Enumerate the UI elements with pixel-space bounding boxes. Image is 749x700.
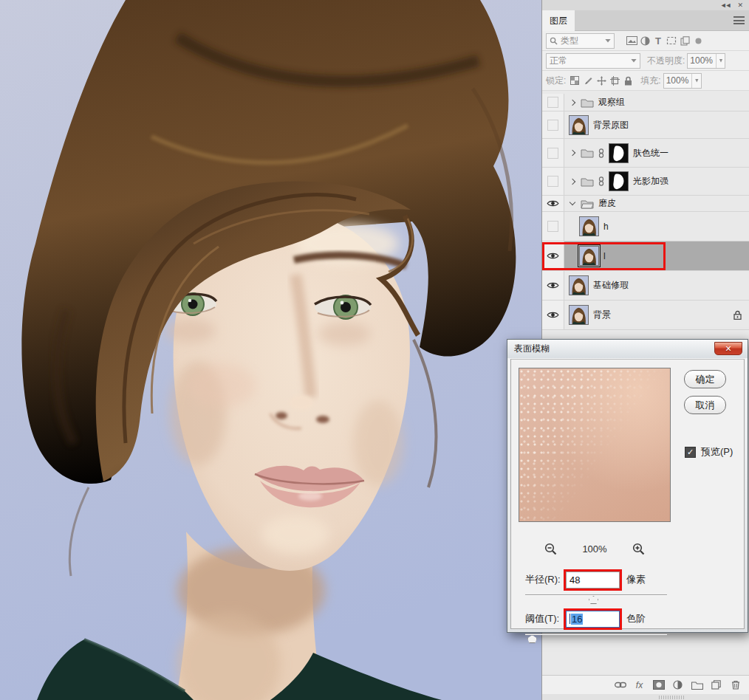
radius-slider-thumb[interactable] (589, 596, 598, 604)
pixel-layer-filter-icon[interactable] (625, 34, 638, 47)
layer-name: 基础修瑕 (593, 279, 629, 292)
layer-list: 观察组背景原图肤色统一光影加强磨皮hl基础修瑕背景 (542, 94, 749, 330)
preview-checkbox[interactable]: ✓ (685, 447, 696, 458)
panel-menu-icon[interactable] (733, 16, 745, 24)
new-layer-icon[interactable] (710, 679, 722, 691)
surface-blur-dialog: 表面模糊 ✕ 100% 半径(R): (507, 339, 748, 633)
fill-value: 100% (666, 75, 689, 86)
layer-thumbnail[interactable] (569, 115, 589, 135)
layer-name: 背景原图 (593, 119, 629, 131)
zoom-in-icon[interactable] (632, 543, 645, 555)
disclosure-closed-icon[interactable] (570, 178, 575, 184)
folder-icon (581, 97, 594, 108)
new-group-icon[interactable] (691, 679, 703, 691)
layer-row[interactable]: 背景原图 (542, 111, 749, 139)
lock-label: 锁定: (546, 75, 566, 87)
blur-preview-image[interactable] (519, 368, 671, 522)
tab-layers[interactable]: 图层 (542, 10, 575, 31)
layer-mask-thumbnail[interactable] (609, 171, 629, 191)
opacity-value-box[interactable]: 100% (687, 53, 725, 69)
visibility-toggle[interactable] (542, 271, 564, 300)
link-layers-icon[interactable] (614, 679, 626, 691)
lock-move-icon[interactable] (595, 74, 608, 87)
visibility-empty-well (547, 221, 558, 232)
dialog-close-button[interactable]: ✕ (714, 342, 742, 355)
new-adjustment-layer-icon[interactable] (671, 679, 684, 691)
radius-annotation-box: 48 (564, 569, 622, 591)
layer-row[interactable]: 磨皮 (542, 196, 749, 212)
mask-link-icon (598, 176, 604, 186)
visibility-toggle[interactable] (542, 301, 564, 329)
layer-mask-thumbnail[interactable] (609, 143, 629, 163)
threshold-unit-label: 色阶 (626, 612, 646, 625)
layer-row[interactable]: h (542, 212, 749, 241)
lock-paint-icon[interactable] (581, 74, 595, 87)
panel-resize-grip[interactable] (659, 696, 684, 699)
radius-slider[interactable] (525, 592, 667, 603)
disclosure-closed-icon[interactable] (570, 150, 575, 156)
layer-row[interactable]: 观察组 (542, 94, 749, 111)
panel-top-strip: ◄◄ ✕ (542, 0, 749, 10)
smart-object-filter-icon[interactable] (678, 34, 691, 47)
threshold-row: 阈值(T): 16 色阶 (511, 608, 744, 629)
layer-thumbnail[interactable] (579, 246, 599, 266)
layer-name: 观察组 (598, 96, 625, 109)
visibility-toggle[interactable] (542, 111, 564, 138)
preview-checkbox-label: 预览(P) (701, 445, 733, 459)
dialog-title-bar[interactable]: 表面模糊 (507, 340, 748, 358)
visibility-toggle[interactable] (542, 196, 564, 211)
lock-all-icon[interactable] (621, 74, 635, 87)
ok-button[interactable]: 确定 (684, 370, 726, 388)
panel-footer: fx (542, 675, 749, 694)
chevron-down-icon (605, 39, 611, 43)
visibility-empty-well (547, 120, 558, 131)
threshold-slider[interactable] (525, 631, 667, 642)
layer-row[interactable]: 光影加强 (542, 168, 749, 196)
chevron-down-icon (631, 59, 637, 63)
layer-name: 背景 (593, 309, 611, 321)
visibility-toggle[interactable] (542, 168, 564, 195)
visibility-toggle[interactable] (542, 139, 564, 167)
type-layer-filter-icon[interactable]: T (651, 34, 665, 47)
close-panel-icon[interactable]: ✕ (737, 2, 743, 9)
fill-label: 填充: (640, 75, 660, 87)
adjustment-layer-filter-icon[interactable] (638, 34, 651, 47)
radius-row: 半径(R): 48 像素 (511, 569, 744, 590)
visibility-toggle[interactable] (542, 241, 564, 270)
layer-row[interactable]: 背景 (542, 301, 749, 330)
threshold-slider-thumb[interactable] (527, 635, 537, 643)
filter-toggle-icon[interactable] (691, 34, 705, 47)
document-canvas[interactable] (0, 0, 541, 700)
filter-type-dropdown[interactable]: 类型 (546, 33, 615, 49)
panel-bottom-strip (542, 694, 749, 700)
visibility-toggle[interactable] (542, 212, 564, 241)
layer-row[interactable]: l (542, 241, 749, 271)
radius-input[interactable]: 48 (566, 572, 620, 589)
cancel-button-label: 取消 (696, 399, 715, 412)
blend-mode-dropdown[interactable]: 正常 (546, 53, 640, 69)
layer-row[interactable]: 基础修瑕 (542, 271, 749, 301)
layer-thumbnail[interactable] (569, 275, 589, 295)
threshold-annotation-box: 16 (564, 608, 622, 630)
shape-layer-filter-icon[interactable] (665, 34, 678, 47)
layer-row[interactable]: 肤色统一 (542, 139, 749, 168)
visibility-toggle[interactable] (542, 94, 564, 111)
zoom-out-icon[interactable] (544, 543, 557, 555)
collapse-panels-icon[interactable]: ◄◄ (720, 2, 731, 9)
layer-thumbnail[interactable] (579, 216, 599, 236)
lock-icon (733, 310, 742, 320)
delete-layer-icon[interactable] (729, 679, 742, 691)
lock-artboard-icon[interactable] (608, 74, 621, 87)
opacity-value: 100% (690, 55, 713, 66)
add-layer-mask-icon[interactable] (652, 679, 665, 691)
ok-button-label: 确定 (696, 373, 715, 386)
lock-transparency-icon[interactable] (568, 74, 581, 87)
disclosure-closed-icon[interactable] (570, 99, 575, 105)
cancel-button[interactable]: 取消 (684, 396, 726, 414)
photoshop-window: ◄◄ ✕ 图层 类型 T (0, 0, 749, 700)
layer-thumbnail[interactable] (569, 305, 589, 325)
fill-value-box[interactable]: 100% (663, 73, 702, 89)
layer-style-fx-icon[interactable]: fx (633, 679, 646, 691)
disclosure-open-icon[interactable] (570, 199, 575, 205)
threshold-input[interactable]: 16 (566, 611, 620, 628)
